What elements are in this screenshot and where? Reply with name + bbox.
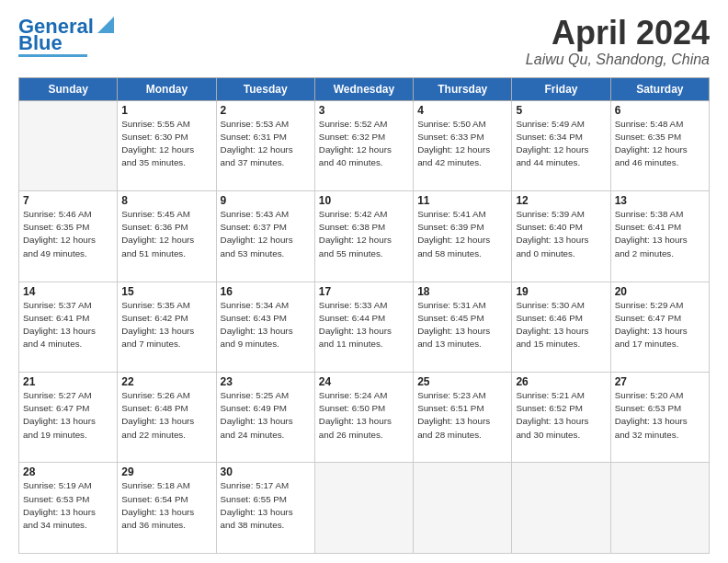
day-number: 4 [417, 104, 507, 117]
calendar-cell: 18Sunrise: 5:31 AM Sunset: 6:45 PM Dayli… [414, 282, 512, 372]
day-info: Sunrise: 5:35 AM Sunset: 6:42 PM Dayligh… [121, 299, 211, 351]
day-number: 17 [319, 285, 409, 298]
weekday-header-friday: Friday [512, 77, 610, 100]
calendar-cell [314, 463, 413, 554]
calendar-cell: 6Sunrise: 5:48 AM Sunset: 6:35 PM Daylig… [610, 100, 709, 190]
day-number: 28 [23, 465, 113, 478]
day-info: Sunrise: 5:34 AM Sunset: 6:43 PM Dayligh… [221, 299, 311, 351]
calendar-cell: 3Sunrise: 5:52 AM Sunset: 6:32 PM Daylig… [314, 100, 413, 190]
calendar-cell [512, 463, 610, 554]
svg-marker-0 [97, 17, 114, 33]
calendar-cell: 5Sunrise: 5:49 AM Sunset: 6:34 PM Daylig… [512, 100, 610, 190]
day-info: Sunrise: 5:46 AM Sunset: 6:35 PM Dayligh… [23, 208, 113, 260]
day-info: Sunrise: 5:52 AM Sunset: 6:32 PM Dayligh… [319, 118, 409, 170]
calendar-cell: 22Sunrise: 5:26 AM Sunset: 6:48 PM Dayli… [118, 373, 216, 463]
day-info: Sunrise: 5:30 AM Sunset: 6:46 PM Dayligh… [516, 299, 606, 351]
calendar-cell: 16Sunrise: 5:34 AM Sunset: 6:43 PM Dayli… [216, 282, 314, 372]
calendar-cell: 2Sunrise: 5:53 AM Sunset: 6:31 PM Daylig… [216, 100, 314, 190]
day-info: Sunrise: 5:23 AM Sunset: 6:51 PM Dayligh… [417, 389, 507, 442]
day-info: Sunrise: 5:48 AM Sunset: 6:35 PM Dayligh… [615, 118, 705, 170]
calendar-cell: 17Sunrise: 5:33 AM Sunset: 6:44 PM Dayli… [314, 282, 413, 372]
calendar-cell: 10Sunrise: 5:42 AM Sunset: 6:38 PM Dayli… [314, 191, 413, 282]
day-number: 10 [319, 194, 409, 207]
day-info: Sunrise: 5:19 AM Sunset: 6:53 PM Dayligh… [23, 479, 113, 532]
calendar-week-4: 21Sunrise: 5:27 AM Sunset: 6:47 PM Dayli… [19, 373, 710, 463]
day-info: Sunrise: 5:31 AM Sunset: 6:45 PM Dayligh… [417, 299, 507, 351]
weekday-header-row: SundayMondayTuesdayWednesdayThursdayFrid… [19, 77, 710, 100]
day-number: 24 [319, 375, 409, 388]
day-number: 19 [516, 285, 606, 298]
calendar-cell: 12Sunrise: 5:39 AM Sunset: 6:40 PM Dayli… [512, 191, 610, 282]
day-info: Sunrise: 5:29 AM Sunset: 6:47 PM Dayligh… [615, 299, 705, 351]
day-number: 6 [615, 104, 705, 117]
location-title: Laiwu Qu, Shandong, China [526, 52, 710, 68]
day-info: Sunrise: 5:39 AM Sunset: 6:40 PM Dayligh… [516, 208, 606, 260]
weekday-header-monday: Monday [118, 77, 216, 100]
day-number: 11 [417, 194, 507, 207]
day-number: 16 [221, 285, 311, 298]
calendar-cell: 21Sunrise: 5:27 AM Sunset: 6:47 PM Dayli… [19, 373, 118, 463]
calendar-cell [610, 463, 709, 554]
calendar-cell: 11Sunrise: 5:41 AM Sunset: 6:39 PM Dayli… [414, 191, 512, 282]
day-number: 2 [221, 104, 311, 117]
day-number: 9 [221, 194, 311, 207]
day-number: 25 [417, 375, 507, 388]
logo: General Blue [18, 15, 116, 57]
month-title: April 2024 [526, 15, 710, 52]
day-number: 13 [615, 194, 705, 207]
day-number: 15 [121, 285, 211, 298]
logo-icon [96, 15, 116, 35]
day-info: Sunrise: 5:27 AM Sunset: 6:47 PM Dayligh… [23, 389, 113, 442]
calendar-cell: 19Sunrise: 5:30 AM Sunset: 6:46 PM Dayli… [512, 282, 610, 372]
day-number: 8 [121, 194, 211, 207]
day-number: 20 [615, 285, 705, 298]
day-number: 7 [23, 194, 113, 207]
weekday-header-wednesday: Wednesday [314, 77, 413, 100]
calendar-cell: 28Sunrise: 5:19 AM Sunset: 6:53 PM Dayli… [19, 463, 118, 554]
day-number: 22 [121, 375, 211, 388]
day-info: Sunrise: 5:26 AM Sunset: 6:48 PM Dayligh… [121, 389, 211, 442]
day-number: 3 [319, 104, 409, 117]
day-number: 29 [121, 465, 211, 478]
title-block: April 2024 Laiwu Qu, Shandong, China [526, 15, 710, 68]
day-info: Sunrise: 5:49 AM Sunset: 6:34 PM Dayligh… [516, 118, 606, 170]
calendar-cell [19, 100, 118, 190]
calendar-week-3: 14Sunrise: 5:37 AM Sunset: 6:41 PM Dayli… [19, 282, 710, 372]
calendar-cell: 23Sunrise: 5:25 AM Sunset: 6:49 PM Dayli… [216, 373, 314, 463]
calendar-cell [414, 463, 512, 554]
day-number: 14 [23, 285, 113, 298]
calendar-cell: 20Sunrise: 5:29 AM Sunset: 6:47 PM Dayli… [610, 282, 709, 372]
calendar-week-5: 28Sunrise: 5:19 AM Sunset: 6:53 PM Dayli… [19, 463, 710, 554]
weekday-header-tuesday: Tuesday [216, 77, 314, 100]
day-number: 12 [516, 194, 606, 207]
day-number: 18 [417, 285, 507, 298]
calendar-cell: 30Sunrise: 5:17 AM Sunset: 6:55 PM Dayli… [216, 463, 314, 554]
weekday-header-thursday: Thursday [414, 77, 512, 100]
header: General Blue April 2024 Laiwu Qu, Shando… [18, 15, 710, 68]
page: General Blue April 2024 Laiwu Qu, Shando… [0, 0, 728, 563]
calendar-cell: 26Sunrise: 5:21 AM Sunset: 6:52 PM Dayli… [512, 373, 610, 463]
day-info: Sunrise: 5:17 AM Sunset: 6:55 PM Dayligh… [221, 479, 311, 532]
day-info: Sunrise: 5:42 AM Sunset: 6:38 PM Dayligh… [319, 208, 409, 260]
day-info: Sunrise: 5:33 AM Sunset: 6:44 PM Dayligh… [319, 299, 409, 351]
weekday-header-saturday: Saturday [610, 77, 709, 100]
day-info: Sunrise: 5:37 AM Sunset: 6:41 PM Dayligh… [23, 299, 113, 351]
calendar-cell: 29Sunrise: 5:18 AM Sunset: 6:54 PM Dayli… [118, 463, 216, 554]
calendar-cell: 25Sunrise: 5:23 AM Sunset: 6:51 PM Dayli… [414, 373, 512, 463]
day-info: Sunrise: 5:53 AM Sunset: 6:31 PM Dayligh… [221, 118, 311, 170]
day-number: 26 [516, 375, 606, 388]
day-number: 1 [121, 104, 211, 117]
calendar-cell: 9Sunrise: 5:43 AM Sunset: 6:37 PM Daylig… [216, 191, 314, 282]
logo-underline [18, 54, 87, 57]
day-info: Sunrise: 5:20 AM Sunset: 6:53 PM Dayligh… [615, 389, 705, 442]
calendar-cell: 27Sunrise: 5:20 AM Sunset: 6:53 PM Dayli… [610, 373, 709, 463]
weekday-header-sunday: Sunday [19, 77, 118, 100]
logo-blue: Blue [18, 33, 63, 53]
calendar-cell: 15Sunrise: 5:35 AM Sunset: 6:42 PM Dayli… [118, 282, 216, 372]
calendar-cell: 13Sunrise: 5:38 AM Sunset: 6:41 PM Dayli… [610, 191, 709, 282]
calendar-cell: 1Sunrise: 5:55 AM Sunset: 6:30 PM Daylig… [118, 100, 216, 190]
day-info: Sunrise: 5:55 AM Sunset: 6:30 PM Dayligh… [121, 118, 211, 170]
day-number: 30 [221, 465, 311, 478]
calendar: SundayMondayTuesdayWednesdayThursdayFrid… [18, 77, 710, 554]
day-number: 27 [615, 375, 705, 388]
